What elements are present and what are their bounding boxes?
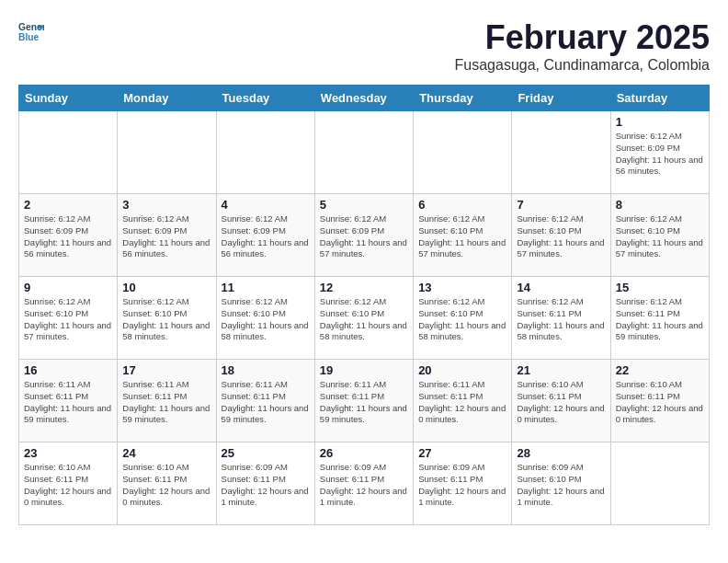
table-row: 13Sunrise: 6:12 AM Sunset: 6:10 PM Dayli…: [414, 277, 512, 360]
day-number: 12: [320, 281, 408, 294]
table-row: 25Sunrise: 6:09 AM Sunset: 6:11 PM Dayli…: [216, 442, 314, 525]
table-row: [414, 111, 512, 194]
col-sunday: Sunday: [19, 86, 118, 111]
day-number: 3: [122, 198, 210, 212]
day-info: Sunrise: 6:11 AM Sunset: 6:11 PM Dayligh…: [418, 379, 506, 426]
col-wednesday: Wednesday: [314, 86, 413, 111]
day-number: 17: [122, 363, 210, 377]
table-row: [118, 111, 216, 194]
table-row: 6Sunrise: 6:12 AM Sunset: 6:10 PM Daylig…: [414, 194, 512, 277]
table-row: 4Sunrise: 6:12 AM Sunset: 6:09 PM Daylig…: [216, 194, 314, 277]
day-number: 14: [517, 281, 605, 294]
table-row: 19Sunrise: 6:11 AM Sunset: 6:11 PM Dayli…: [314, 360, 413, 442]
table-row: 24Sunrise: 6:10 AM Sunset: 6:11 PM Dayli…: [118, 442, 216, 525]
day-info: Sunrise: 6:12 AM Sunset: 6:10 PM Dayligh…: [222, 296, 310, 343]
day-info: Sunrise: 6:10 AM Sunset: 6:11 PM Dayligh…: [122, 462, 210, 509]
table-row: 21Sunrise: 6:10 AM Sunset: 6:11 PM Dayli…: [512, 360, 610, 442]
table-row: 15Sunrise: 6:12 AM Sunset: 6:11 PM Dayli…: [610, 277, 709, 360]
col-monday: Monday: [118, 86, 216, 111]
table-row: 2Sunrise: 6:12 AM Sunset: 6:09 PM Daylig…: [19, 194, 118, 277]
table-row: 11Sunrise: 6:12 AM Sunset: 6:10 PM Dayli…: [216, 277, 314, 360]
day-info: Sunrise: 6:11 AM Sunset: 6:11 PM Dayligh…: [222, 379, 310, 426]
day-number: 22: [616, 363, 704, 377]
day-number: 6: [418, 198, 506, 212]
table-row: 9Sunrise: 6:12 AM Sunset: 6:10 PM Daylig…: [19, 277, 118, 360]
day-info: Sunrise: 6:12 AM Sunset: 6:09 PM Dayligh…: [222, 213, 310, 260]
calendar-week-row: 16Sunrise: 6:11 AM Sunset: 6:11 PM Dayli…: [19, 360, 710, 442]
day-info: Sunrise: 6:12 AM Sunset: 6:10 PM Dayligh…: [517, 213, 605, 260]
col-tuesday: Tuesday: [216, 86, 314, 111]
day-number: 7: [517, 198, 605, 212]
day-number: 9: [24, 281, 112, 294]
calendar-title: February 2025: [455, 18, 710, 57]
day-number: 16: [24, 363, 112, 377]
day-number: 11: [222, 281, 310, 294]
table-row: 23Sunrise: 6:10 AM Sunset: 6:11 PM Dayli…: [19, 442, 118, 525]
table-row: 27Sunrise: 6:09 AM Sunset: 6:11 PM Dayli…: [414, 442, 512, 525]
table-row: 12Sunrise: 6:12 AM Sunset: 6:10 PM Dayli…: [314, 277, 413, 360]
table-row: 8Sunrise: 6:12 AM Sunset: 6:10 PM Daylig…: [610, 194, 709, 277]
day-number: 19: [320, 363, 408, 377]
day-info: Sunrise: 6:11 AM Sunset: 6:11 PM Dayligh…: [320, 379, 408, 426]
day-info: Sunrise: 6:12 AM Sunset: 6:11 PM Dayligh…: [616, 296, 704, 343]
col-friday: Friday: [512, 86, 610, 111]
table-row: [610, 442, 709, 525]
day-number: 20: [418, 363, 506, 377]
calendar-week-row: 2Sunrise: 6:12 AM Sunset: 6:09 PM Daylig…: [19, 194, 710, 277]
day-number: 21: [517, 363, 605, 377]
day-info: Sunrise: 6:09 AM Sunset: 6:11 PM Dayligh…: [320, 462, 408, 509]
day-number: 23: [24, 446, 112, 460]
table-row: [512, 111, 610, 194]
calendar-week-row: 9Sunrise: 6:12 AM Sunset: 6:10 PM Daylig…: [19, 277, 710, 360]
day-number: 4: [222, 198, 310, 212]
day-info: Sunrise: 6:12 AM Sunset: 6:09 PM Dayligh…: [122, 213, 210, 260]
table-row: 1Sunrise: 6:12 AM Sunset: 6:09 PM Daylig…: [610, 111, 709, 194]
table-row: 17Sunrise: 6:11 AM Sunset: 6:11 PM Dayli…: [118, 360, 216, 442]
calendar-header-row: Sunday Monday Tuesday Wednesday Thursday…: [19, 86, 710, 111]
day-info: Sunrise: 6:12 AM Sunset: 6:11 PM Dayligh…: [517, 296, 605, 343]
table-row: 26Sunrise: 6:09 AM Sunset: 6:11 PM Dayli…: [314, 442, 413, 525]
day-info: Sunrise: 6:12 AM Sunset: 6:10 PM Dayligh…: [24, 296, 112, 343]
table-row: 22Sunrise: 6:10 AM Sunset: 6:11 PM Dayli…: [610, 360, 709, 442]
table-row: 14Sunrise: 6:12 AM Sunset: 6:11 PM Dayli…: [512, 277, 610, 360]
day-info: Sunrise: 6:09 AM Sunset: 6:10 PM Dayligh…: [517, 462, 605, 509]
day-info: Sunrise: 6:12 AM Sunset: 6:10 PM Dayligh…: [418, 213, 506, 260]
day-number: 1: [616, 115, 704, 129]
day-number: 8: [616, 198, 704, 212]
logo: General Blue: [18, 18, 46, 44]
calendar-week-row: 23Sunrise: 6:10 AM Sunset: 6:11 PM Dayli…: [19, 442, 710, 525]
svg-text:Blue: Blue: [18, 32, 40, 42]
table-row: [19, 111, 118, 194]
day-number: 24: [122, 446, 210, 460]
day-info: Sunrise: 6:12 AM Sunset: 6:10 PM Dayligh…: [616, 213, 704, 260]
table-row: 7Sunrise: 6:12 AM Sunset: 6:10 PM Daylig…: [512, 194, 610, 277]
day-number: 2: [24, 198, 112, 212]
day-info: Sunrise: 6:10 AM Sunset: 6:11 PM Dayligh…: [616, 379, 704, 426]
day-number: 28: [517, 446, 605, 460]
logo-icon: General Blue: [18, 18, 44, 44]
col-thursday: Thursday: [414, 86, 512, 111]
calendar-table: Sunday Monday Tuesday Wednesday Thursday…: [18, 85, 710, 525]
calendar-week-row: 1Sunrise: 6:12 AM Sunset: 6:09 PM Daylig…: [19, 111, 710, 194]
day-info: Sunrise: 6:12 AM Sunset: 6:10 PM Dayligh…: [122, 296, 210, 343]
day-number: 10: [122, 281, 210, 294]
table-row: 10Sunrise: 6:12 AM Sunset: 6:10 PM Dayli…: [118, 277, 216, 360]
table-row: 5Sunrise: 6:12 AM Sunset: 6:09 PM Daylig…: [314, 194, 413, 277]
table-row: 16Sunrise: 6:11 AM Sunset: 6:11 PM Dayli…: [19, 360, 118, 442]
table-row: [216, 111, 314, 194]
day-number: 13: [418, 281, 506, 294]
day-info: Sunrise: 6:11 AM Sunset: 6:11 PM Dayligh…: [24, 379, 112, 426]
table-row: 28Sunrise: 6:09 AM Sunset: 6:10 PM Dayli…: [512, 442, 610, 525]
day-info: Sunrise: 6:09 AM Sunset: 6:11 PM Dayligh…: [418, 462, 506, 509]
day-info: Sunrise: 6:11 AM Sunset: 6:11 PM Dayligh…: [122, 379, 210, 426]
table-row: 20Sunrise: 6:11 AM Sunset: 6:11 PM Dayli…: [414, 360, 512, 442]
day-info: Sunrise: 6:12 AM Sunset: 6:10 PM Dayligh…: [418, 296, 506, 343]
table-row: 3Sunrise: 6:12 AM Sunset: 6:09 PM Daylig…: [118, 194, 216, 277]
day-info: Sunrise: 6:09 AM Sunset: 6:11 PM Dayligh…: [222, 462, 310, 509]
day-info: Sunrise: 6:10 AM Sunset: 6:11 PM Dayligh…: [24, 462, 112, 509]
day-info: Sunrise: 6:12 AM Sunset: 6:10 PM Dayligh…: [320, 296, 408, 343]
calendar-subtitle: Fusagasuga, Cundinamarca, Colombia: [455, 57, 710, 74]
day-number: 25: [222, 446, 310, 460]
day-number: 26: [320, 446, 408, 460]
table-row: 18Sunrise: 6:11 AM Sunset: 6:11 PM Dayli…: [216, 360, 314, 442]
